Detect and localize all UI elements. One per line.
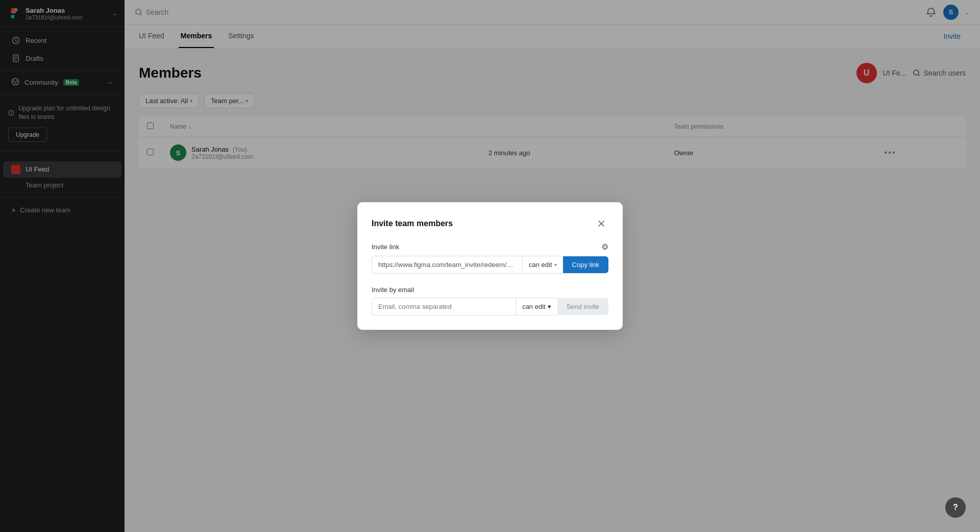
invite-email-section-header: Invite by email: [372, 286, 608, 294]
modal-header: Invite team members: [372, 216, 608, 231]
invite-link-row: can edit ▾ Copy link: [372, 256, 608, 274]
invite-link-section-header: Invite link ⚙: [372, 242, 608, 252]
invite-link-permission-dropdown[interactable]: can edit ▾: [522, 256, 563, 274]
invite-email-perm-chevron: ▾: [548, 303, 551, 310]
invite-link-perm-chevron: ▾: [554, 262, 557, 268]
modal-overlay[interactable]: Invite team members Invite link ⚙ can ed…: [0, 0, 980, 532]
invite-email-label: Invite by email: [372, 286, 414, 294]
invite-modal: Invite team members Invite link ⚙ can ed…: [357, 202, 623, 330]
send-invite-button[interactable]: Send invite: [557, 298, 608, 315]
invite-link-perm-label: can edit: [529, 261, 552, 269]
invite-link-input[interactable]: [372, 256, 522, 274]
copy-link-button[interactable]: Copy link: [563, 256, 608, 273]
invite-email-permission-dropdown[interactable]: can edit ▾: [516, 298, 557, 316]
invite-email-input[interactable]: [372, 298, 516, 316]
invite-link-label: Invite link: [372, 243, 399, 251]
help-label: ?: [953, 503, 958, 512]
help-button[interactable]: ?: [945, 497, 966, 518]
close-icon: [597, 220, 605, 228]
modal-close-button[interactable]: [594, 216, 608, 231]
filter-settings-icon[interactable]: ⚙: [601, 242, 608, 252]
invite-email-perm-label: can edit: [522, 303, 546, 310]
modal-title: Invite team members: [372, 219, 453, 228]
invite-email-row: can edit ▾ Send invite: [372, 298, 608, 316]
